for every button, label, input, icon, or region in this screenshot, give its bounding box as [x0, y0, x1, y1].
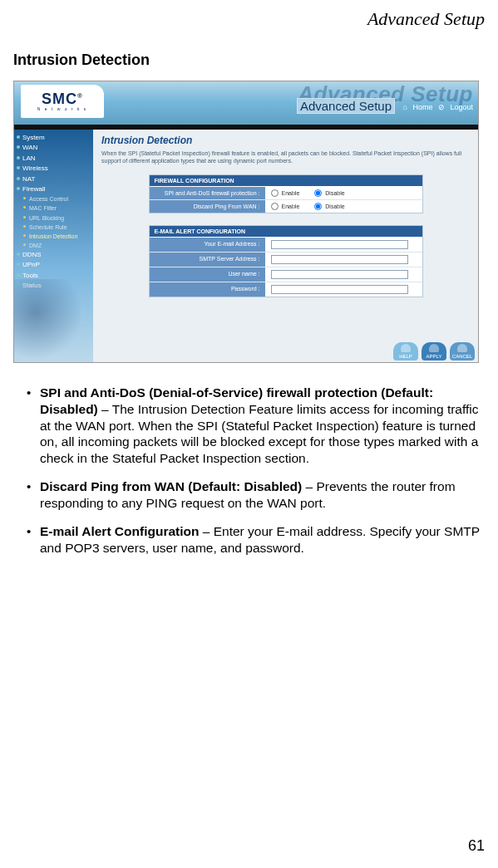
- email-alert-header: E-MAIL ALERT CONFIGURATION: [150, 226, 422, 238]
- home-icon[interactable]: ⌂: [402, 103, 407, 111]
- sidebar-subitem[interactable]: URL Blocking: [14, 213, 93, 223]
- bullet-rest: – The Intrusion Detection Feature limits…: [40, 402, 479, 465]
- discard-ping-value: Enable Disable: [266, 200, 422, 213]
- password-input[interactable]: [271, 285, 408, 294]
- username-input[interactable]: [271, 270, 408, 279]
- registered-icon: ®: [77, 92, 83, 100]
- content-panel: Intrusion Detection When the SPI (Statef…: [93, 130, 478, 362]
- page-number: 61: [468, 837, 485, 855]
- email-alert-table: E-MAIL ALERT CONFIGURATION Your E-mail A…: [149, 225, 423, 297]
- apply-button[interactable]: APPLY: [422, 342, 446, 360]
- sidebar: SystemWANLANWirelessNATFirewallAccess Co…: [14, 130, 93, 362]
- sidebar-subitem[interactable]: Intrusion Detection: [14, 232, 93, 241]
- table-row: Password :: [150, 282, 422, 297]
- section-heading: Intrusion Detection: [13, 51, 485, 69]
- email-address-input[interactable]: [271, 240, 408, 249]
- page-header-title: Advanced Setup: [13, 8, 485, 30]
- table-row: Discard Ping From WAN : Enable Disable: [150, 200, 422, 213]
- spi-disable-radio[interactable]: [314, 189, 322, 197]
- spi-enable-radio[interactable]: [271, 189, 279, 197]
- list-item: E-mail Alert Configuration – Enter your …: [23, 523, 480, 557]
- home-link[interactable]: Home: [412, 103, 432, 111]
- bottom-buttons: HELP APPLY CANCEL: [393, 342, 475, 360]
- opt-disable-label: Disable: [325, 204, 344, 209]
- spi-label: SPI and Anti-DoS firewall protection :: [150, 187, 266, 199]
- opt-enable-label: Enable: [282, 190, 300, 196]
- sidebar-item[interactable]: LAN: [14, 154, 93, 164]
- top-links: ⌂ Home ⊘ Logout: [399, 103, 473, 111]
- sidebar-item[interactable]: UPnP: [14, 260, 93, 270]
- panel-title: Intrusion Detection: [101, 135, 470, 146]
- brand-logo: SMC® N e t w o r k s: [21, 85, 104, 118]
- sidebar-item[interactable]: Firewall: [14, 184, 93, 194]
- list-item: SPI and Anti-DoS (Denial-of-Service) fir…: [23, 385, 480, 467]
- opt-enable-label: Enable: [282, 204, 300, 209]
- smtp-server-label: SMTP Server Address :: [150, 253, 266, 267]
- cancel-button[interactable]: CANCEL: [450, 342, 475, 360]
- sidebar-subitem[interactable]: DMZ: [14, 241, 93, 250]
- screenshot-body: SystemWANLANWirelessNATFirewallAccess Co…: [14, 130, 478, 362]
- brand-subtext: N e t w o r k s: [37, 106, 88, 111]
- sidebar-subitem[interactable]: MAC Filter: [14, 204, 93, 213]
- email-address-label: Your E-mail Address :: [150, 238, 266, 252]
- sidebar-figure-art: [14, 279, 81, 362]
- password-label: Password :: [150, 282, 266, 297]
- logout-link[interactable]: Logout: [450, 103, 473, 111]
- logout-icon[interactable]: ⊘: [438, 103, 445, 111]
- list-item: Discard Ping from WAN (Default: Disabled…: [23, 478, 480, 512]
- help-button[interactable]: HELP: [393, 342, 418, 360]
- sidebar-subitem[interactable]: Schedule Rule: [14, 223, 93, 232]
- top-bar-label: Advanced Setup: [297, 98, 395, 114]
- ping-enable-radio[interactable]: [271, 203, 279, 210]
- smtp-server-input[interactable]: [271, 255, 408, 264]
- router-admin-screenshot: SMC® N e t w o r k s Advanced Setup Adva…: [13, 81, 479, 363]
- table-row: Your E-mail Address :: [150, 238, 422, 253]
- table-row: SPI and Anti-DoS firewall protection : E…: [150, 187, 422, 200]
- panel-description: When the SPI (Stateful Packet Inspection…: [101, 150, 470, 164]
- sidebar-item[interactable]: Wireless: [14, 164, 93, 174]
- sidebar-subitem[interactable]: Access Control: [14, 194, 93, 204]
- firewall-config-header: FIREWALL CONFIGURATION: [150, 175, 422, 187]
- discard-ping-label: Discard Ping From WAN :: [150, 200, 266, 213]
- bullet-lead: Discard Ping from WAN (Default: Disabled…: [40, 479, 302, 493]
- table-row: SMTP Server Address :: [150, 253, 422, 267]
- screenshot-top-bar: SMC® N e t w o r k s Advanced Setup Adva…: [14, 81, 478, 125]
- table-row: User name :: [150, 267, 422, 282]
- sidebar-item[interactable]: WAN: [14, 143, 93, 153]
- sidebar-item[interactable]: System: [14, 133, 93, 143]
- opt-disable-label: Disable: [325, 190, 344, 196]
- bullet-lead: E-mail Alert Configuration: [40, 524, 199, 538]
- ping-disable-radio[interactable]: [314, 203, 322, 210]
- sidebar-item[interactable]: DDNS: [14, 250, 93, 260]
- sidebar-item[interactable]: NAT: [14, 174, 93, 184]
- username-label: User name :: [150, 267, 266, 282]
- spi-value: Enable Disable: [266, 187, 422, 199]
- brand-text: SMC®: [42, 91, 83, 106]
- bullet-list: SPI and Anti-DoS (Denial-of-Service) fir…: [13, 385, 485, 556]
- firewall-config-table: FIREWALL CONFIGURATION SPI and Anti-DoS …: [149, 174, 423, 213]
